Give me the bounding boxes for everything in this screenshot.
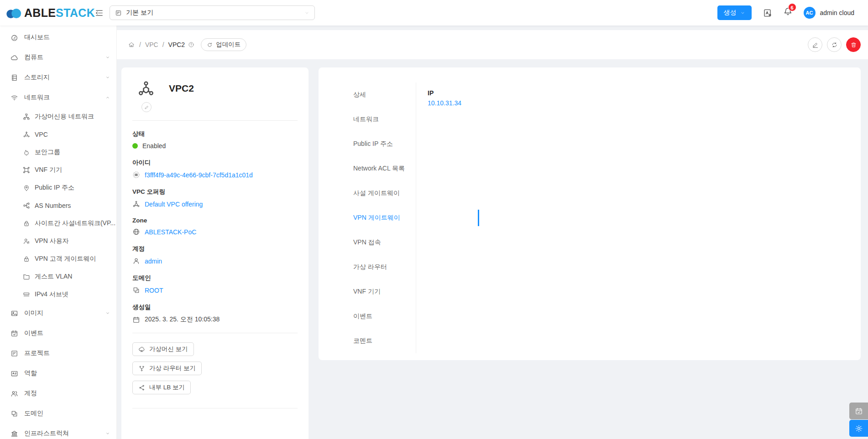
action-row: 가상 라우터 보기 (132, 362, 298, 381)
sidebar-item-network[interactable]: 네트워크 (0, 88, 116, 108)
tab-label: 상세 (353, 91, 366, 99)
project-view-select[interactable]: 기본 보기 (110, 5, 315, 20)
help-icon[interactable] (188, 41, 194, 48)
tab-network-acl[interactable]: Network ACL 목록 (353, 156, 416, 181)
delete-button[interactable] (846, 37, 861, 52)
tab-vnf-appliance[interactable]: VNF 기기 (353, 279, 416, 304)
sidebar-item-label: VPN 사용자 (35, 237, 69, 245)
detail-field-vpc-offering: VPC 오퍼링Default VPC offering (132, 188, 298, 208)
sidebar-item-label: Public IP 주소 (35, 184, 74, 192)
action-row: 가상머신 보기 (132, 342, 298, 362)
sidebar-item-images[interactable]: 이미지 (0, 303, 116, 323)
create-button[interactable]: 생성 (717, 5, 752, 20)
sidebar-item-public-ip[interactable]: Public IP 주소 (0, 179, 116, 196)
sidebar-item-projects[interactable]: 프로젝트 (0, 343, 116, 363)
tab-virtual-router[interactable]: 가상 라우터 (353, 255, 416, 279)
sidebar-item-compute[interactable]: 컴퓨트 (0, 47, 116, 67)
sync-icon (207, 42, 213, 48)
calendar-icon (132, 316, 140, 324)
id-link[interactable]: f3fff4f9-a49c-4e66-9cbf-7cf5d1a1c01d (145, 171, 253, 179)
sidebar-item-label: AS Numbers (35, 202, 71, 209)
sidebar-item-vpc[interactable]: VPC (0, 125, 116, 143)
refresh-icon (831, 41, 838, 48)
sidebar-fold-icon[interactable] (95, 9, 104, 17)
vpc-offering-link[interactable]: Default VPC offering (145, 201, 203, 208)
detail-field-account: 계정admin (132, 245, 298, 265)
event-log-fab[interactable] (849, 403, 868, 419)
folder-icon (23, 273, 30, 280)
view-ilb-button[interactable]: 내부 LB 보기 (132, 381, 191, 394)
logo-area: ABLESTACK (0, 6, 110, 20)
ablestack-logo[interactable]: ABLESTACK (6, 6, 95, 20)
sidebar-item-security-groups[interactable]: 보안그룹 (0, 143, 116, 161)
cloud-icon (10, 54, 18, 62)
sidebar-item-label: VPN 고객 게이트웨이 (35, 255, 96, 263)
sidebar-item-events[interactable]: 이벤트 (0, 323, 116, 343)
tab-public-ip[interactable]: Public IP 주소 (353, 132, 416, 156)
tab-comments[interactable]: 코멘트 (353, 329, 416, 353)
account-link[interactable]: admin (145, 258, 162, 265)
tab-vpn-connection[interactable]: VPN 접속 (353, 230, 416, 255)
divider (132, 408, 298, 408)
detail-field-created: 생성일2025. 3. 25. 오전 10:05:38 (132, 303, 298, 324)
edit-name-button[interactable] (141, 102, 152, 112)
zone-link[interactable]: ABLESTACK-PoC (145, 228, 196, 236)
notifications-button[interactable]: 6 (783, 7, 793, 19)
edit-button[interactable] (808, 37, 822, 52)
breadcrumb-parent[interactable]: VPC (145, 41, 158, 48)
sidebar-item-ipv4-subnet[interactable]: IPv4 서브넷 (0, 285, 116, 303)
sidebar-item-vnf-appliance[interactable]: VNF 기기 (0, 161, 116, 179)
sidebar-item-label: 사이트간 사설네트워크(VP... (35, 219, 115, 227)
tab-details[interactable]: 상세 (353, 83, 416, 107)
storage-icon (10, 74, 18, 82)
sidebar-item-guest-vlan[interactable]: 게스트 VLAN (0, 268, 116, 285)
divider (132, 120, 298, 121)
sidebar-item-dashboard[interactable]: 대시보드 (0, 27, 116, 47)
sidebar-item-as-numbers[interactable]: AS Numbers (0, 196, 116, 214)
breadcrumb-separator: / (162, 41, 164, 48)
sidebar-item-site-to-site-vpn[interactable]: 사이트간 사설네트워크(VP... (0, 214, 116, 232)
ip-value-link[interactable]: 10.10.31.34 (428, 99, 461, 107)
sidebar-item-vpn-customer-gateway[interactable]: VPN 고객 게이트웨이 (0, 250, 116, 268)
sidebar-item-domains[interactable]: 도메인 (0, 403, 116, 424)
tab-label: 사설 게이트웨이 (353, 189, 400, 197)
update-button[interactable]: 업데이트 (201, 38, 246, 51)
create-form-icon[interactable] (763, 8, 772, 18)
sidebar-item-guest-networks[interactable]: 가상머신용 네트워크 (0, 108, 116, 125)
detail-field-id: 아이디f3fff4f9-a49c-4e66-9cbf-7cf5d1a1c01d (132, 159, 298, 179)
avatar[interactable]: AC (804, 7, 816, 19)
view-vms-button[interactable]: 가상머신 보기 (132, 342, 194, 356)
sidebar-item-label: 인프라스트럭쳐 (24, 429, 69, 438)
team-icon (10, 390, 18, 398)
tab-vpn-gateway[interactable]: VPN 게이트웨이 (353, 206, 416, 230)
home-icon[interactable] (128, 41, 135, 48)
sidebar-item-roles[interactable]: 역할 (0, 363, 116, 383)
settings-fab[interactable] (849, 420, 868, 437)
chevron-down-icon (740, 10, 745, 15)
sidebar-item-vpn-users[interactable]: VPN 사용자 (0, 232, 116, 250)
cluster2-icon (23, 202, 30, 209)
idcard-icon (10, 370, 18, 377)
trash-icon (850, 41, 857, 48)
logo-text: ABLESTACK (24, 6, 95, 20)
sidebar-item-infrastructure[interactable]: 인프라스트럭쳐 (0, 424, 116, 439)
view-routers-button[interactable]: 가상 라우터 보기 (132, 362, 202, 375)
calendar-check-icon (855, 407, 863, 415)
tab-label: VNF 기기 (353, 288, 381, 296)
refresh-button[interactable] (827, 37, 842, 52)
sidebar-item-accounts[interactable]: 계정 (0, 383, 116, 403)
action-button-label: 가상머신 보기 (149, 345, 188, 353)
tab-networks[interactable]: 네트워크 (353, 107, 416, 132)
domain-link[interactable]: ROOT (145, 287, 163, 294)
tab-label: 네트워크 (353, 115, 379, 124)
tab-private-gateway[interactable]: 사설 게이트웨이 (353, 181, 416, 206)
tab-label: 코멘트 (353, 337, 372, 345)
sidebar-item-storage[interactable]: 스토리지 (0, 67, 116, 88)
tab-label: 가상 라우터 (353, 263, 387, 271)
logo-text-stack: STACK (56, 6, 95, 19)
user-icon (132, 257, 140, 265)
tab-events[interactable]: 이벤트 (353, 304, 416, 329)
created-value: 2025. 3. 25. 오전 10:05:38 (145, 315, 220, 324)
tab-label: VPN 게이트웨이 (353, 214, 400, 222)
field-label: 아이디 (132, 159, 298, 167)
